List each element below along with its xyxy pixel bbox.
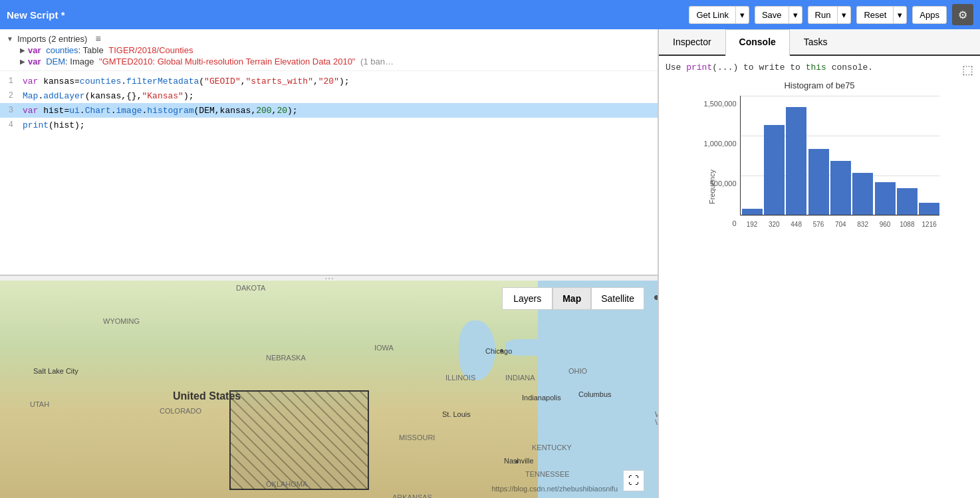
tab-inspector[interactable]: Inspector: [659, 29, 725, 55]
code-line-2: 2 Map.addLayer(kansas,{},"Kansas");: [0, 88, 658, 103]
map-label: Nashville: [504, 457, 534, 465]
imports-header[interactable]: ▼ Imports (2 entries) ≡: [7, 33, 651, 44]
code-panel: ▼ Imports (2 entries) ≡ ▶ var counties: …: [0, 29, 658, 498]
histogram-bar: [852, 173, 873, 215]
x-axis-label: 576: [813, 221, 824, 228]
map-watermark: https://blog.csdn.net/zhebushibiaosnifu: [491, 485, 618, 493]
map-label: St. Louis: [442, 410, 471, 418]
script-title: New Script *: [7, 9, 65, 21]
line-number-4: 4: [0, 120, 20, 130]
map-label: Chicago: [485, 347, 512, 355]
y-axis-label: 500,000: [710, 180, 737, 187]
save-group: Save ▾: [755, 6, 802, 24]
code-editor[interactable]: 1 var kansas=counties.filterMetadata("GE…: [0, 71, 658, 275]
settings-button[interactable]: ⚙: [952, 4, 973, 25]
chart-area: 0500,0001,000,0001,500,00019232044857670…: [740, 96, 939, 215]
map-label: OKLAHOMA: [266, 480, 307, 488]
import-item-dem: ▶ var DEM: Image "GMTED2010: Global Mult…: [7, 57, 651, 66]
histogram-title: Histogram of be75: [700, 80, 939, 90]
map-label: WYOMING: [103, 317, 140, 325]
line-number-1: 1: [0, 76, 20, 86]
reset-arrow[interactable]: ▾: [893, 6, 907, 24]
import-var-name: counties: Table: [44, 45, 106, 55]
code-line-1: 1 var kansas=counties.filterMetadata("GE…: [0, 74, 658, 88]
x-axis-label: 960: [880, 221, 891, 228]
right-panel: Inspector Console Tasks Use print(...) t…: [658, 29, 980, 498]
getlink-arrow[interactable]: ▾: [735, 6, 749, 24]
editor-area: ▼ Imports (2 entries) ≡ ▶ var counties: …: [0, 29, 658, 275]
imports-icon: ≡: [95, 33, 100, 44]
line-content-2: Map.addLayer(kansas,{},"Kansas");: [20, 91, 658, 101]
import-expand-icon: ▶: [20, 47, 25, 54]
right-tabs: Inspector Console Tasks: [659, 29, 980, 56]
right-content: Use print(...) to write to this console.…: [659, 56, 980, 498]
fullscreen-button[interactable]: ⛶: [623, 470, 644, 491]
tab-console[interactable]: Console: [725, 29, 790, 56]
histogram-container: Histogram of be75 Frequency 0500,0001,00…: [700, 80, 939, 235]
line-content-4: print(hist);: [20, 120, 658, 130]
run-group: Run ▾: [808, 6, 852, 24]
nashville-dot: [515, 460, 519, 463]
histogram-bar: [897, 188, 918, 215]
code-line-4: 4 print(hist);: [0, 118, 658, 132]
map-label: United States: [173, 390, 241, 402]
import-item-counties: ▶ var counties: Table TIGER/2018/Countie…: [7, 45, 651, 55]
layers-label: Layers: [502, 287, 552, 310]
map-label: ILLINOIS: [445, 374, 475, 382]
toronto-dot: [654, 295, 658, 300]
map-label: Columbus: [578, 390, 612, 398]
histogram-bar: [875, 182, 896, 215]
import-var-keyword2: var: [28, 57, 41, 66]
map-label: INDIANA: [505, 374, 535, 382]
x-axis-label: 704: [835, 221, 846, 228]
reset-button[interactable]: Reset: [856, 6, 893, 24]
run-button[interactable]: Run: [808, 6, 838, 24]
map-label: DAKOTA: [236, 284, 265, 292]
histogram-bar: [764, 125, 785, 215]
import-dem-link[interactable]: "GMTED2010: Global Multi-resolution Terr…: [99, 57, 355, 66]
expand-icon[interactable]: ⬚: [962, 62, 973, 77]
import-tiger-link[interactable]: TIGER/2018/Counties: [108, 45, 193, 55]
map-type-map-button[interactable]: Map: [552, 287, 591, 310]
save-arrow[interactable]: ▾: [789, 6, 802, 24]
map-background: WYOMINGNEBRASKAIOWAILLINOISINDIANAOHIOMI…: [0, 281, 658, 498]
line-content-3: var hist=ui.Chart.image.histogram(DEM,ka…: [20, 106, 658, 116]
getlink-group: Get Link ▾: [689, 6, 749, 24]
x-axis-label: 192: [747, 221, 758, 228]
y-axis-label: 1,500,000: [704, 100, 737, 108]
code-line-3: 3 var hist=ui.Chart.image.histogram(DEM,…: [0, 103, 658, 118]
histogram-bar: [742, 209, 763, 215]
line-number-3: 3: [0, 106, 20, 115]
line-number-2: 2: [0, 91, 20, 100]
map-label: Salt Lake City: [33, 367, 78, 375]
map-label: WEST VIRGINIA: [655, 410, 658, 426]
import-expand-icon2: ▶: [20, 58, 25, 65]
top-bar: New Script * Get Link ▾ Save ▾ Run ▾ Res…: [0, 0, 980, 29]
map-type-satellite-button[interactable]: Satellite: [591, 287, 644, 310]
x-axis-label: 1088: [900, 221, 914, 228]
getlink-button[interactable]: Get Link: [689, 6, 735, 24]
import-var-keyword: var: [28, 45, 41, 55]
map-section[interactable]: WYOMINGNEBRASKAIOWAILLINOISINDIANAOHIOMI…: [0, 281, 658, 498]
map-label: ARKANSAS: [392, 493, 432, 498]
import-dem-suffix: (1 ban…: [358, 57, 393, 66]
map-label: TENNESSEE: [525, 470, 570, 478]
resize-handle[interactable]: [0, 275, 658, 281]
map-label: UTAH: [30, 400, 49, 408]
chicago-dot: [500, 349, 503, 352]
apps-button[interactable]: Apps: [912, 6, 947, 24]
histogram-bar: [808, 149, 829, 215]
x-axis-label: 1216: [922, 221, 937, 228]
main-layout: ▼ Imports (2 entries) ≡ ▶ var counties: …: [0, 29, 980, 498]
console-hint: Use print(...) to write to this console.: [666, 62, 973, 72]
histogram-bar: [919, 203, 939, 215]
map-label: OHIO: [568, 367, 587, 375]
y-axis-label: 0: [732, 219, 736, 227]
imports-label: Imports (2 entries): [17, 34, 87, 44]
save-button[interactable]: Save: [755, 6, 789, 24]
map-label: Indianapolis: [522, 394, 561, 402]
x-axis-label: 832: [857, 221, 868, 228]
map-label: NEBRASKA: [266, 354, 306, 362]
run-arrow[interactable]: ▾: [837, 6, 851, 24]
tab-tasks[interactable]: Tasks: [790, 29, 842, 55]
